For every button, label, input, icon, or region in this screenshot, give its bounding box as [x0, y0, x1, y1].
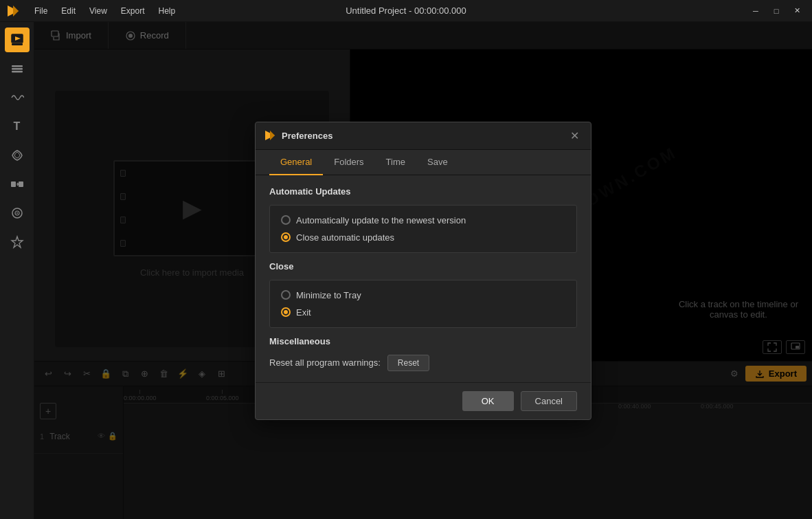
- misc-reset-label: Reset all program warnings:: [269, 357, 381, 368]
- radio-circle-auto-update[interactable]: [281, 215, 291, 225]
- svg-rect-5: [12, 43, 23, 45]
- radio-circle-exit[interactable]: [281, 307, 291, 317]
- dialog-overlay: Preferences ✕ General Folders Time Save …: [34, 22, 812, 519]
- title-bar: File Edit View Export Help Untitled Proj…: [0, 0, 812, 22]
- radio-circle-minimize[interactable]: [281, 290, 291, 300]
- tab-general[interactable]: General: [269, 150, 323, 175]
- menu-edit[interactable]: Edit: [56, 5, 81, 17]
- dialog-logo-icon: [264, 129, 276, 142]
- menu-view[interactable]: View: [84, 5, 113, 17]
- svg-marker-21: [270, 131, 275, 140]
- sidebar-item-transitions[interactable]: [5, 172, 30, 197]
- reset-warnings-button[interactable]: Reset: [387, 355, 429, 371]
- radio-label-auto-update: Automatically update to the newest versi…: [296, 215, 466, 225]
- dialog-header: Preferences ✕: [256, 122, 591, 150]
- svg-point-13: [16, 212, 18, 214]
- window-controls: ─ □ ✕: [746, 3, 807, 19]
- sidebar: T: [0, 22, 34, 519]
- misc-section-title: Miscellaneous: [269, 336, 577, 346]
- audio-icon: [10, 91, 24, 104]
- automatic-updates-box: Automatically update to the newest versi…: [269, 205, 577, 253]
- tab-folders[interactable]: Folders: [323, 150, 374, 175]
- sidebar-item-effects[interactable]: [5, 143, 30, 168]
- effects-icon: [10, 148, 24, 162]
- radio-close-updates[interactable]: Close automatic updates: [281, 232, 565, 243]
- sidebar-item-layers[interactable]: [5, 56, 30, 81]
- main-layout: T: [0, 22, 812, 519]
- menu-help[interactable]: Help: [153, 5, 181, 17]
- content-area: Import Record WWW.WEIDOWN.COM: [34, 22, 812, 519]
- window-title: Untitled Project - 00:00:00.000: [346, 5, 466, 16]
- filter-icon: [10, 206, 24, 220]
- dialog-body: Automatic Updates Automatically update t…: [256, 175, 591, 382]
- svg-marker-1: [13, 5, 19, 16]
- sidebar-item-media[interactable]: [5, 27, 30, 52]
- dialog-close-button[interactable]: ✕: [566, 127, 583, 144]
- radio-exit[interactable]: Exit: [281, 307, 565, 318]
- sidebar-item-filter[interactable]: [5, 201, 30, 225]
- sidebar-item-audio[interactable]: [5, 85, 30, 110]
- radio-circle-close-updates[interactable]: [281, 232, 291, 242]
- radio-label-close-updates: Close automatic updates: [296, 232, 394, 243]
- menu-bar: File Edit View Export Help: [29, 5, 181, 17]
- svg-rect-6: [12, 65, 23, 67]
- misc-row: Reset all program warnings: Reset: [269, 355, 577, 371]
- close-section-box: Minimize to Tray Exit: [269, 280, 577, 328]
- radio-auto-update[interactable]: Automatically update to the newest versi…: [281, 215, 565, 225]
- media-icon: [10, 33, 24, 47]
- svg-rect-9: [11, 181, 16, 187]
- maximize-button[interactable]: □: [767, 3, 786, 19]
- radio-minimize-tray[interactable]: Minimize to Tray: [281, 290, 565, 300]
- tab-time[interactable]: Time: [375, 150, 416, 175]
- dialog-title-text: Preferences: [282, 131, 332, 141]
- sidebar-item-star[interactable]: [5, 230, 30, 254]
- radio-label-exit: Exit: [296, 307, 311, 318]
- close-section-title: Close: [269, 261, 577, 272]
- star-icon: [10, 235, 24, 249]
- tab-save[interactable]: Save: [416, 150, 459, 175]
- radio-label-minimize: Minimize to Tray: [296, 290, 361, 300]
- automatic-updates-title: Automatic Updates: [269, 186, 577, 197]
- layers-icon: [10, 62, 24, 76]
- cancel-button[interactable]: Cancel: [521, 391, 577, 411]
- title-bar-left: File Edit View Export Help: [5, 3, 181, 19]
- ok-button[interactable]: OK: [462, 391, 514, 411]
- dialog-title-area: Preferences: [264, 129, 332, 142]
- minimize-button[interactable]: ─: [746, 3, 765, 19]
- svg-rect-8: [12, 71, 23, 73]
- menu-export[interactable]: Export: [115, 5, 150, 17]
- close-button[interactable]: ✕: [787, 3, 807, 19]
- dialog-tabs: General Folders Time Save: [256, 150, 591, 175]
- svg-rect-7: [12, 68, 23, 70]
- text-icon: T: [14, 120, 21, 133]
- preferences-dialog: Preferences ✕ General Folders Time Save …: [255, 122, 591, 420]
- dialog-footer: OK Cancel: [256, 382, 591, 419]
- sidebar-item-text[interactable]: T: [5, 114, 30, 139]
- svg-rect-10: [19, 181, 23, 187]
- transitions-icon: [10, 177, 24, 191]
- svg-marker-14: [12, 236, 23, 247]
- menu-file[interactable]: File: [29, 5, 53, 17]
- app-logo-icon: [5, 3, 21, 19]
